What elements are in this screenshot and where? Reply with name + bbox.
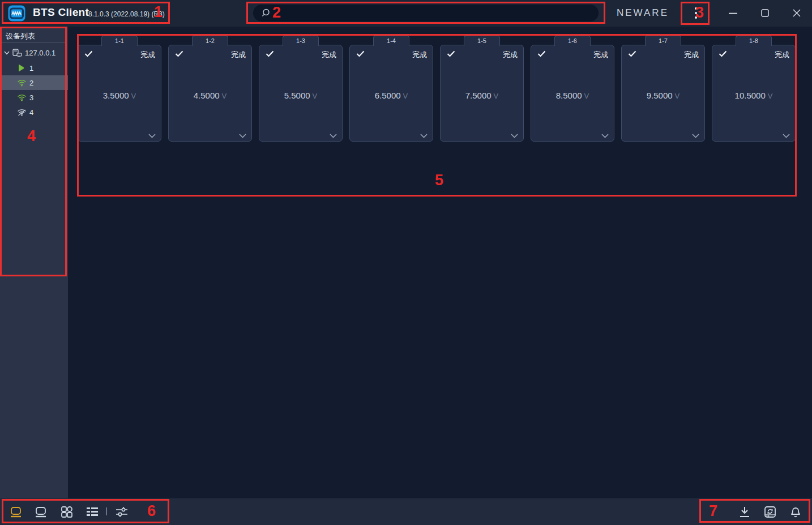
channel-card-body[interactable]: 完成 10.5000V bbox=[712, 45, 796, 142]
search-input[interactable] bbox=[275, 9, 581, 18]
play-icon bbox=[17, 64, 27, 72]
annotation-number-5: 5 bbox=[435, 172, 443, 189]
channel-status: 完成 bbox=[503, 50, 518, 60]
check-icon bbox=[175, 50, 183, 57]
single-view-button-active[interactable] bbox=[6, 498, 26, 525]
channel-card-body[interactable]: 完成 5.5000V bbox=[259, 45, 343, 142]
check-icon bbox=[537, 50, 546, 57]
check-icon bbox=[266, 50, 274, 57]
sidebar-item-unit-4[interactable]: 4 bbox=[0, 105, 68, 119]
channel-status: 完成 bbox=[412, 50, 427, 60]
sidebar-item-unit-2[interactable]: 2 bbox=[0, 75, 68, 90]
channel-card-1-1[interactable]: 1-1 完成 3.5000V bbox=[78, 36, 161, 142]
channel-status: 完成 bbox=[593, 50, 608, 60]
channel-card-body[interactable]: 完成 8.5000V bbox=[531, 45, 614, 142]
channel-card-1-3[interactable]: 1-3 完成 5.5000V bbox=[259, 36, 343, 142]
channel-tab[interactable]: 1-1 bbox=[101, 36, 138, 46]
sidebar-item-label: 1 bbox=[29, 64, 33, 72]
list-view-button[interactable] bbox=[82, 498, 102, 525]
channel-status: 完成 bbox=[231, 50, 246, 60]
channel-voltage: 6.5000V bbox=[350, 91, 433, 101]
channel-card-1-5[interactable]: 1-5 完成 7.5000V bbox=[440, 36, 524, 142]
channel-card-body[interactable]: 完成 3.5000V bbox=[78, 45, 161, 142]
filter-sliders-button[interactable] bbox=[112, 498, 132, 525]
channel-status: 完成 bbox=[322, 50, 336, 60]
device-ip-label: 127.0.0.1 bbox=[25, 49, 55, 57]
chevron-down-icon[interactable] bbox=[420, 134, 428, 138]
app-version: 8.1.0.3 (2022.08.19) (R3) bbox=[88, 10, 165, 18]
kebab-dot bbox=[695, 16, 697, 19]
chevron-down-icon[interactable] bbox=[4, 51, 10, 55]
sidebar-item-label: 3 bbox=[29, 93, 33, 102]
wifi-icon bbox=[17, 94, 27, 101]
divider bbox=[1, 42, 67, 43]
device-list-title: 设备列表 bbox=[0, 27, 68, 42]
channel-voltage: 5.5000V bbox=[259, 91, 342, 101]
channel-card-1-7[interactable]: 1-7 完成 9.5000V bbox=[621, 36, 705, 142]
channel-voltage: 8.5000V bbox=[531, 91, 614, 101]
channel-status: 完成 bbox=[775, 50, 789, 60]
sidebar-item-unit-3[interactable]: 3 bbox=[0, 90, 68, 105]
channel-card-body[interactable]: 完成 9.5000V bbox=[621, 45, 705, 142]
maximize-button[interactable] bbox=[755, 5, 775, 22]
channel-card-1-2[interactable]: 1-2 完成 4.5000V bbox=[168, 36, 252, 142]
device-sync-button[interactable] bbox=[760, 498, 780, 525]
chevron-down-icon[interactable] bbox=[148, 134, 156, 138]
channel-card-1-8[interactable]: 1-8 完成 10.5000V bbox=[712, 36, 796, 142]
device-tree-root[interactable]: 127.0.0.1 bbox=[0, 45, 68, 60]
sidebar-item-label: 4 bbox=[29, 108, 33, 117]
check-icon bbox=[447, 50, 455, 57]
close-button[interactable] bbox=[787, 5, 806, 22]
channel-card-1-4[interactable]: 1-4 完成 6.5000V bbox=[349, 36, 433, 142]
channel-card-body[interactable]: 完成 7.5000V bbox=[440, 45, 524, 142]
search-bar[interactable] bbox=[253, 5, 599, 22]
channel-card-body[interactable]: 完成 4.5000V bbox=[168, 45, 252, 142]
channel-voltage: 4.5000V bbox=[169, 91, 251, 101]
check-icon bbox=[628, 50, 636, 57]
channel-tab[interactable]: 1-5 bbox=[464, 36, 500, 46]
chevron-down-icon[interactable] bbox=[330, 134, 337, 138]
sidebar-item-label: 2 bbox=[29, 79, 33, 87]
toolbar-divider bbox=[106, 507, 107, 515]
check-icon bbox=[719, 50, 727, 57]
chevron-down-icon[interactable] bbox=[783, 134, 790, 138]
chevron-down-icon[interactable] bbox=[239, 134, 246, 138]
wifi-icon bbox=[17, 79, 27, 87]
channel-tab[interactable]: 1-2 bbox=[192, 36, 228, 46]
channel-voltage: 9.5000V bbox=[622, 91, 704, 101]
channel-tab[interactable]: 1-8 bbox=[736, 36, 772, 46]
kebab-dot bbox=[695, 7, 697, 10]
channel-card-body[interactable]: 完成 6.5000V bbox=[349, 45, 433, 142]
minimize-button[interactable] bbox=[723, 5, 742, 22]
app-title: BTS Client bbox=[33, 6, 89, 19]
chevron-down-icon[interactable] bbox=[601, 134, 609, 138]
channel-voltage: 3.5000V bbox=[78, 91, 161, 101]
brand-logo: NEWARE bbox=[617, 7, 669, 19]
channel-tab[interactable]: 1-4 bbox=[373, 36, 409, 46]
more-menu-button[interactable] bbox=[687, 5, 704, 22]
channel-voltage: 10.5000V bbox=[712, 91, 795, 101]
channel-voltage: 7.5000V bbox=[441, 91, 523, 101]
channel-status: 完成 bbox=[140, 50, 155, 60]
single-view-button[interactable] bbox=[31, 498, 51, 525]
chevron-down-icon[interactable] bbox=[511, 134, 518, 138]
channel-tab[interactable]: 1-3 bbox=[283, 36, 319, 46]
search-icon bbox=[260, 8, 271, 18]
download-button[interactable] bbox=[734, 498, 755, 525]
channel-tab[interactable]: 1-7 bbox=[645, 36, 681, 46]
check-icon bbox=[84, 50, 93, 57]
grid-view-button[interactable] bbox=[57, 498, 77, 525]
kebab-dot bbox=[695, 12, 697, 14]
sidebar-item-unit-1[interactable]: 1 bbox=[0, 61, 68, 75]
bell-button[interactable] bbox=[785, 498, 806, 525]
app-logo-icon bbox=[8, 5, 25, 22]
titlebar: BTS Client 8.1.0.3 (2022.08.19) (R3) NEW… bbox=[0, 0, 812, 27]
channel-status: 完成 bbox=[684, 50, 699, 60]
channel-card-1-6[interactable]: 1-6 完成 8.5000V bbox=[531, 36, 614, 142]
chevron-down-icon[interactable] bbox=[692, 134, 699, 138]
wifi-off-icon bbox=[17, 109, 27, 116]
channel-tab[interactable]: 1-6 bbox=[554, 36, 591, 46]
device-list-panel: 设备列表 127.0.0.1 1 bbox=[0, 27, 68, 498]
check-icon bbox=[356, 50, 365, 57]
status-bar bbox=[0, 498, 812, 525]
